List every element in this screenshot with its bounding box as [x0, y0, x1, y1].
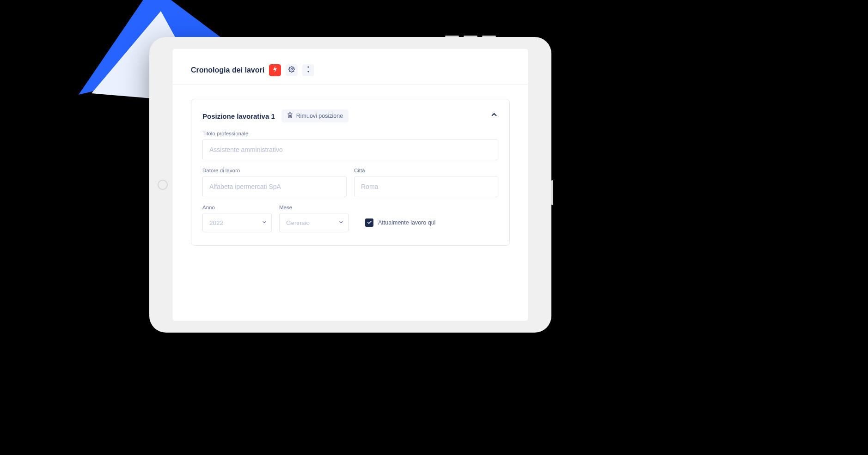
card-header: Posizione lavorativa 1 Rimuovi posizione [202, 109, 498, 122]
check-icon [367, 218, 372, 227]
month-label: Mese [279, 205, 348, 210]
tablet-top-buttons [445, 36, 496, 37]
year-select[interactable]: 2022 [202, 213, 272, 232]
employer-input[interactable] [202, 176, 347, 197]
year-value: 2022 [209, 219, 223, 226]
current-job-checkbox[interactable] [365, 218, 373, 227]
job-title-label: Titolo professionale [202, 131, 498, 136]
remove-position-button[interactable]: Rimuovi posizione [281, 109, 348, 122]
tablet-side-button [551, 180, 553, 205]
collapse-button[interactable] [490, 110, 498, 121]
trash-icon [287, 112, 293, 120]
ai-assist-button[interactable] [269, 64, 281, 76]
section-header: Cronologia dei lavori [172, 49, 528, 85]
city-label: Città [354, 168, 498, 173]
job-title-input[interactable] [202, 139, 498, 160]
reorder-button[interactable] [302, 64, 314, 76]
city-input[interactable] [354, 176, 498, 197]
drag-vertical-icon [306, 66, 310, 74]
employer-label: Datore di lavoro [202, 168, 347, 173]
current-job-label: Attualmente lavoro qui [378, 219, 435, 226]
remove-position-label: Rimuovi posizione [296, 113, 343, 119]
settings-button[interactable] [286, 64, 298, 76]
app-screen: Cronologia dei lavori Posizione lavorati… [172, 49, 528, 321]
section-title: Cronologia dei lavori [191, 66, 264, 74]
month-value: Gennaio [286, 219, 310, 226]
gear-icon [288, 66, 295, 74]
chevron-up-icon [490, 112, 498, 120]
svg-point-2 [291, 68, 293, 70]
year-label: Anno [202, 205, 272, 210]
month-select[interactable]: Gennaio [279, 213, 348, 232]
tablet-home-button [158, 180, 168, 190]
card-title: Posizione lavorativa 1 [202, 112, 275, 120]
tablet-frame: Cronologia dei lavori Posizione lavorati… [149, 37, 551, 333]
lightning-icon [272, 66, 278, 74]
position-card: Posizione lavorativa 1 Rimuovi posizione… [191, 99, 510, 246]
